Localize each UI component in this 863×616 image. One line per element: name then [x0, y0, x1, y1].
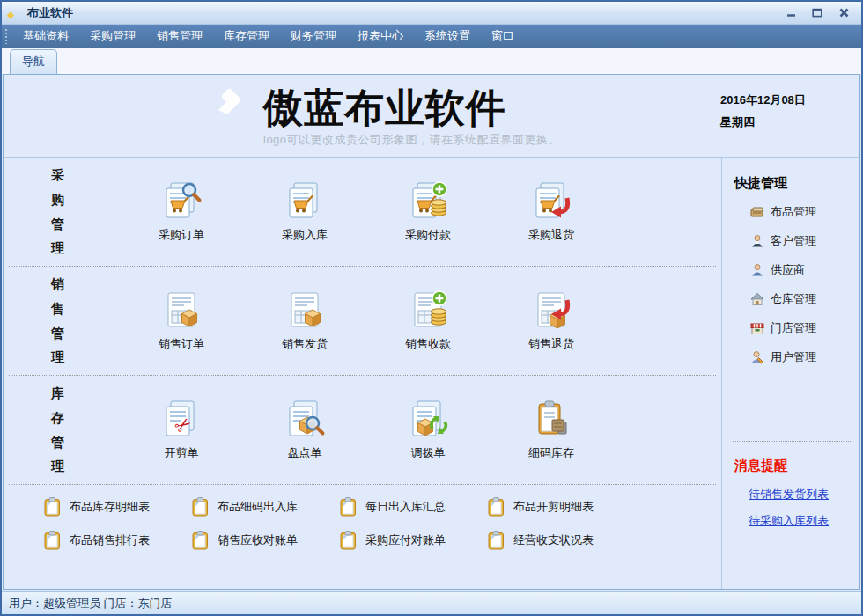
quick-management-title: 快捷管理	[734, 175, 851, 192]
supplier-icon	[750, 263, 764, 277]
purchase-inbound-icon	[284, 180, 326, 223]
statusbar: 用户：超级管理员 门店：东门店	[2, 591, 861, 614]
pending-sales-delivery-link[interactable]: 待销售发货列表	[749, 487, 851, 502]
logo-group: 傲蓝布业软件 logo可以更改成贵公司形象图，请在系统配置界面更换。	[182, 81, 560, 153]
warehouse-icon	[750, 292, 764, 306]
app-logo-icon	[7, 5, 22, 20]
sidebar-item-suppliers[interactable]: 供应商	[750, 262, 851, 278]
content-panel: 傲蓝布业软件 logo可以更改成贵公司形象图，请在系统配置界面更换。 2016年…	[3, 74, 860, 590]
tab-navigation[interactable]: 导航	[10, 49, 57, 74]
tabstrip: 导航	[2, 48, 861, 74]
titlebar: 布业软件	[2, 2, 861, 25]
sales-order-icon	[160, 290, 203, 332]
report-stock-detail[interactable]: 布品库存明细表	[44, 497, 192, 517]
date-box: 2016年12月08日 星期四	[720, 90, 844, 133]
sidebar: 快捷管理 布品管理 客户管理 供应商	[722, 158, 859, 589]
user-icon	[750, 350, 764, 364]
section-label-sales: 销售管理	[50, 272, 65, 370]
report-icon	[44, 497, 62, 517]
detail-stock-icon	[530, 399, 572, 441]
sales-return-icon	[530, 290, 572, 332]
menubar-grip	[4, 28, 9, 44]
header: 傲蓝布业软件 logo可以更改成贵公司形象图，请在系统配置界面更换。 2016年…	[4, 75, 859, 158]
sidebar-item-customers[interactable]: 客户管理	[750, 233, 851, 249]
report-icon	[192, 531, 210, 550]
current-weekday: 星期四	[720, 112, 844, 134]
purchase-order-item[interactable]: 采购订单	[120, 180, 243, 243]
menu-finance[interactable]: 财务管理	[280, 25, 347, 48]
logo-hint: logo可以更改成贵公司形象图，请在系统配置界面更换。	[263, 132, 560, 148]
company-logo-icon	[182, 81, 254, 153]
menu-basic-data[interactable]: 基础资料	[12, 25, 79, 48]
app-title: 傲蓝布业软件	[263, 86, 560, 130]
menu-sales[interactable]: 销售管理	[146, 25, 213, 48]
purchase-return-item[interactable]: 采购退货	[490, 180, 613, 243]
purchase-order-icon	[160, 180, 203, 223]
menu-window[interactable]: 窗口	[481, 25, 525, 48]
report-daily-summary[interactable]: 每日出入库汇总	[340, 497, 488, 517]
customer-icon	[750, 234, 764, 248]
app-window: 布业软件 基础资料 采购管理 销售管理 库存管理 财务管理 报表中心 系统设置 …	[0, 0, 863, 616]
section-sales: 销售管理 销售订单 销售发货	[9, 267, 716, 376]
message-reminder-title: 消息提醒	[734, 458, 851, 474]
section-label-inventory: 库存管理	[50, 381, 65, 479]
purchase-payment-icon	[407, 180, 449, 223]
close-button[interactable]	[837, 7, 851, 19]
detail-stock-item[interactable]: 细码库存	[490, 399, 613, 461]
report-icon	[44, 531, 62, 550]
report-detail-inout[interactable]: 布品细码出入库	[192, 497, 340, 517]
maximize-button[interactable]	[810, 7, 824, 19]
store-icon	[750, 321, 764, 335]
transfer-slip-icon	[407, 399, 449, 441]
report-icon	[340, 497, 358, 517]
sales-order-item[interactable]: 销售订单	[120, 290, 243, 352]
sales-delivery-icon	[284, 290, 326, 332]
sales-return-item[interactable]: 销售退货	[490, 290, 613, 352]
current-date: 2016年12月08日	[720, 90, 844, 112]
main-area: 采购管理 采购订单 采购入库	[4, 158, 721, 589]
sales-delivery-item[interactable]: 销售发货	[243, 290, 366, 352]
report-cutting-detail[interactable]: 布品开剪明细表	[488, 497, 636, 517]
report-payable[interactable]: 采购应付对账单	[340, 531, 488, 550]
purchase-inbound-item[interactable]: 采购入库	[243, 180, 366, 243]
report-receivable[interactable]: 销售应收对账单	[192, 531, 340, 550]
section-purchase: 采购管理 采购订单 采购入库	[9, 158, 716, 267]
menu-inventory[interactable]: 库存管理	[213, 25, 280, 48]
report-icon	[488, 497, 505, 517]
fabric-icon	[750, 205, 764, 219]
stocktake-item[interactable]: 盘点单	[243, 399, 366, 461]
menubar: 基础资料 采购管理 销售管理 库存管理 财务管理 报表中心 系统设置 窗口	[2, 25, 861, 48]
logo-text-block: 傲蓝布业软件 logo可以更改成贵公司形象图，请在系统配置界面更换。	[263, 86, 560, 148]
purchase-return-icon	[530, 180, 572, 223]
sidebar-item-fabric[interactable]: 布品管理	[750, 204, 851, 220]
report-income-expense[interactable]: 经营收支状况表	[488, 531, 636, 550]
section-label-purchase: 采购管理	[50, 163, 65, 260]
report-icon	[192, 497, 210, 517]
sales-receipt-icon	[407, 290, 449, 332]
cutting-slip-item[interactable]: 开剪单	[120, 399, 243, 461]
status-user-store: 用户：超级管理员 门店：东门店	[9, 596, 173, 612]
minimize-button[interactable]	[784, 7, 798, 19]
report-sales-ranking[interactable]: 布品销售排行表	[44, 531, 192, 550]
sidebar-item-stores[interactable]: 门店管理	[750, 320, 851, 336]
pending-purchase-inbound-link[interactable]: 待采购入库列表	[749, 513, 851, 529]
sidebar-separator	[733, 441, 851, 442]
menu-settings[interactable]: 系统设置	[414, 25, 481, 48]
transfer-slip-item[interactable]: 调拨单	[366, 399, 490, 461]
sidebar-item-warehouses[interactable]: 仓库管理	[750, 291, 851, 307]
menu-purchase[interactable]: 采购管理	[79, 25, 146, 48]
report-icon	[488, 531, 505, 550]
stocktake-icon	[284, 399, 326, 441]
purchase-payment-item[interactable]: 采购付款	[366, 180, 490, 243]
window-title: 布业软件	[27, 5, 784, 21]
sidebar-item-users[interactable]: 用户管理	[750, 349, 851, 365]
report-icon	[340, 531, 358, 550]
menu-reports[interactable]: 报表中心	[347, 25, 414, 48]
section-inventory: 库存管理 开剪单 盘点单	[9, 376, 716, 485]
sales-receipt-item[interactable]: 销售收款	[366, 290, 490, 352]
reports-area: 布品库存明细表 布品细码出入库 每日出入库汇总 布品开剪明细表	[4, 485, 721, 589]
cutting-slip-icon	[160, 399, 203, 441]
